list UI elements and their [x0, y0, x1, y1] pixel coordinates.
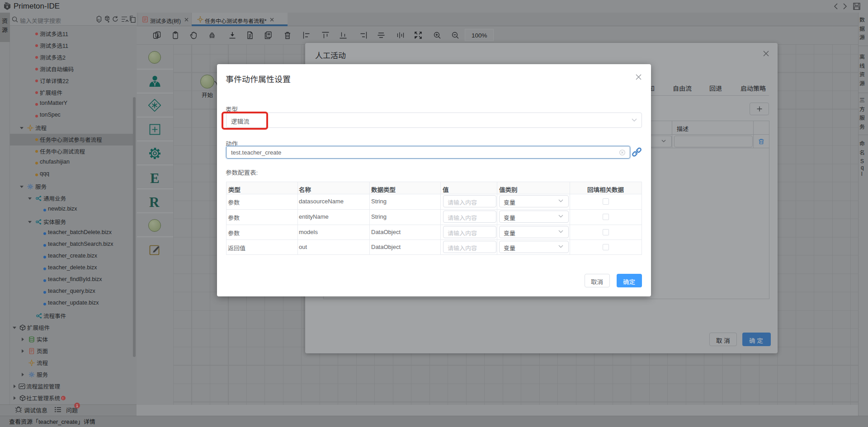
svg-text:AI: AI [97, 19, 100, 21]
